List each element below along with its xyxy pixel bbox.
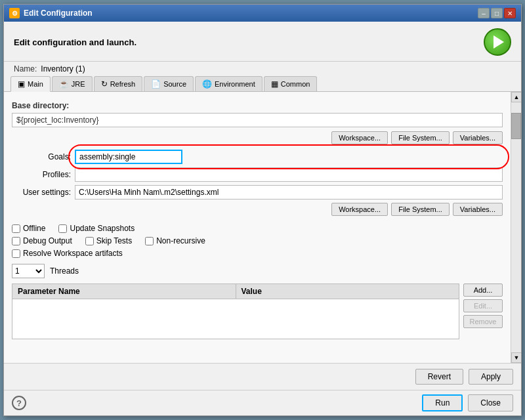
close-final-button[interactable]: Close [468, 394, 513, 411]
tab-jre[interactable]: ☕ JRE [52, 76, 93, 91]
threads-row: 1 2 4 8 Threads [12, 264, 503, 278]
update-snapshots-checkbox[interactable] [58, 224, 67, 233]
file-system-button-2[interactable]: File System... [391, 203, 450, 216]
checkbox-row-3: Resolve Workspace artifacts [12, 249, 503, 258]
base-directory-value: ${project_loc:Inventory} [12, 113, 503, 127]
edit-configuration-dialog: ⚙ Edit Configuration – □ ✕ Edit configur… [3, 4, 522, 416]
resolve-workspace-label: Resolve Workspace artifacts [23, 249, 123, 258]
tab-main-label: Main [28, 80, 43, 88]
skip-tests-label: Skip Tests [96, 236, 132, 245]
tab-refresh-label: Refresh [110, 80, 136, 88]
table-and-btns: Parameter Name Value Add... Edit... Remo… [12, 284, 503, 339]
debug-output-checkbox-item[interactable]: Debug Output [12, 236, 72, 245]
tab-main[interactable]: ▣ Main [10, 76, 51, 92]
header-title: Edit configuration and launch. [14, 37, 136, 47]
user-settings-btn-row: Workspace... File System... Variables... [12, 203, 503, 216]
non-recursive-checkbox-item[interactable]: Non-recursive [145, 236, 205, 245]
workspace-button-2[interactable]: Workspace... [331, 203, 388, 216]
scrollbar[interactable]: ▲ ▼ [511, 92, 521, 363]
name-row: Name: Inventory (1) [4, 62, 521, 76]
base-directory-btn-row: Workspace... File System... Variables... [12, 131, 503, 144]
user-settings-row: User settings: [12, 185, 503, 200]
table-body [12, 299, 459, 339]
file-system-button-1[interactable]: File System... [391, 131, 450, 144]
offline-checkbox[interactable] [12, 224, 20, 233]
name-value: Inventory (1) [41, 64, 85, 74]
tabs-bar: ▣ Main ☕ JRE ↻ Refresh 📄 Source 🌐 Enviro… [4, 76, 521, 92]
scrollbar-down-arrow[interactable]: ▼ [511, 352, 521, 363]
title-bar-left: ⚙ Edit Configuration [9, 8, 93, 18]
table-header: Parameter Name Value [12, 284, 459, 299]
title-bar: ⚙ Edit Configuration – □ ✕ [4, 5, 521, 22]
threads-select[interactable]: 1 2 4 8 [12, 264, 45, 278]
play-triangle [494, 35, 504, 49]
tab-source-label: Source [163, 80, 186, 88]
param-name-header: Parameter Name [12, 284, 236, 299]
run-close-row: Run Close [422, 394, 513, 411]
tab-common-label: Common [281, 80, 310, 88]
maximize-button[interactable]: □ [491, 8, 503, 18]
revert-button[interactable]: Revert [415, 369, 463, 385]
jre-tab-icon: ☕ [59, 79, 69, 89]
skip-tests-checkbox-item[interactable]: Skip Tests [85, 236, 132, 245]
add-button[interactable]: Add... [463, 284, 503, 297]
common-tab-icon: ▦ [271, 79, 278, 89]
source-tab-icon: 📄 [151, 79, 161, 89]
resolve-workspace-checkbox-item[interactable]: Resolve Workspace artifacts [12, 249, 123, 258]
tab-refresh[interactable]: ↻ Refresh [94, 76, 143, 91]
dialog-title: Edit Configuration [24, 9, 93, 18]
title-controls[interactable]: – □ ✕ [478, 8, 516, 18]
goals-input[interactable] [75, 150, 182, 164]
workspace-button-1[interactable]: Workspace... [331, 131, 388, 144]
help-button[interactable]: ? [12, 396, 26, 410]
tab-environment[interactable]: 🌐 Environment [195, 76, 262, 91]
profiles-label: Profiles: [12, 170, 71, 179]
scrollbar-up-arrow[interactable]: ▲ [511, 92, 521, 102]
edit-button[interactable]: Edit... [463, 299, 503, 312]
resolve-workspace-checkbox[interactable] [12, 249, 20, 258]
offline-label: Offline [23, 224, 45, 233]
bottom-buttons: Revert Apply [4, 363, 521, 390]
scrollbar-thumb[interactable] [511, 113, 521, 139]
user-settings-input[interactable] [75, 185, 503, 200]
debug-output-checkbox[interactable] [12, 237, 20, 245]
goals-row: Goals: [12, 150, 503, 164]
non-recursive-checkbox[interactable] [145, 237, 154, 245]
run-icon-button[interactable] [484, 28, 511, 56]
non-recursive-label: Non-recursive [156, 236, 205, 245]
profiles-row: Profiles: [12, 167, 503, 182]
tab-source[interactable]: 📄 Source [144, 76, 194, 91]
minimize-button[interactable]: – [478, 8, 490, 18]
tab-environment-label: Environment [215, 80, 255, 88]
checkbox-row-2: Debug Output Skip Tests Non-recursive [12, 236, 503, 245]
content-area: Base directory: ${project_loc:Inventory}… [4, 92, 521, 363]
main-tab-icon: ▣ [18, 79, 25, 89]
apply-button[interactable]: Apply [469, 369, 513, 385]
close-button[interactable]: ✕ [504, 8, 516, 18]
tab-common[interactable]: ▦ Common [264, 76, 318, 91]
table-side-buttons: Add... Edit... Remove [463, 284, 503, 339]
dialog-icon: ⚙ [9, 8, 20, 18]
variables-button-1[interactable]: Variables... [453, 131, 503, 144]
goals-label: Goals: [12, 152, 71, 161]
run-button[interactable]: Run [422, 394, 463, 411]
threads-label: Threads [50, 266, 79, 276]
offline-checkbox-item[interactable]: Offline [12, 224, 45, 233]
name-label: Name: [14, 64, 37, 74]
variables-button-2[interactable]: Variables... [453, 203, 503, 216]
goals-wrapper [75, 150, 503, 164]
update-snapshots-label: Update Snapshots [70, 224, 135, 233]
user-settings-label: User settings: [12, 188, 71, 197]
parameter-table: Parameter Name Value [12, 284, 459, 339]
update-snapshots-checkbox-item[interactable]: Update Snapshots [58, 224, 135, 233]
profiles-input[interactable] [75, 167, 503, 182]
header-area: Edit configuration and launch. [4, 22, 521, 62]
checkbox-row-1: Offline Update Snapshots [12, 224, 503, 233]
checkbox-section: Offline Update Snapshots Debug Output Sk… [12, 221, 503, 264]
skip-tests-checkbox[interactable] [85, 237, 94, 245]
tab-jre-label: JRE [72, 80, 85, 88]
refresh-tab-icon: ↻ [101, 79, 108, 89]
base-directory-label: Base directory: [12, 101, 503, 110]
remove-button[interactable]: Remove [463, 315, 503, 328]
debug-output-label: Debug Output [23, 236, 72, 245]
